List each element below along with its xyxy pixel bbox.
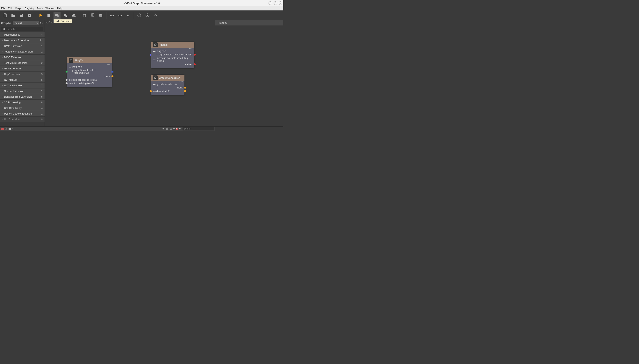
maximize-button[interactable]: □ (274, 1, 277, 5)
upload-button[interactable] (70, 12, 77, 19)
open-folder-button[interactable] (10, 12, 17, 19)
sidebar: Group by: Default ›Miscellaneous4 ›Bench… (0, 20, 45, 126)
console-output[interactable] (0, 131, 215, 162)
ext-item[interactable]: ›HttpExtension3 (0, 72, 45, 77)
save-button[interactable] (18, 12, 25, 19)
play-icon (38, 13, 43, 18)
svg-point-13 (112, 15, 112, 16)
output-port[interactable] (194, 54, 196, 56)
ext-item[interactable]: ›GrpcExtension2 (0, 66, 45, 71)
ext-item[interactable]: ›NvTritonExt5 (0, 77, 45, 82)
input-port[interactable] (66, 70, 68, 72)
edit-console-button[interactable] (5, 127, 8, 130)
close-button[interactable]: × (279, 1, 282, 5)
console-right-panel (215, 126, 283, 162)
download-button[interactable] (62, 12, 69, 19)
menu-bar: File Edit Graph Registry Tools Window He… (0, 6, 283, 10)
ext-item[interactable]: ›UcxExtension6 (0, 117, 45, 122)
ext-item[interactable]: ›Benchmark Extension11 (0, 38, 45, 43)
error-icon[interactable] (175, 127, 178, 130)
gear-icon (153, 76, 158, 80)
node-row: ▬ping tx55 (69, 65, 110, 68)
menu-graph[interactable]: Graph (15, 7, 22, 10)
dots3-button[interactable] (108, 12, 115, 19)
svg-rect-1 (21, 14, 22, 15)
tooltip-build-container: Build Container (54, 19, 72, 23)
ext-item[interactable]: ›Test MISB Extension2 (0, 60, 45, 66)
input-port[interactable] (150, 90, 152, 92)
menu-help[interactable]: Help (57, 7, 63, 10)
asterisk-icon[interactable] (162, 127, 165, 130)
chevron-right-icon: › (2, 34, 3, 36)
ext-item[interactable]: ›Python Codelet Extension1 (0, 111, 45, 116)
info-icon[interactable] (166, 127, 169, 130)
ext-item[interactable]: ›Stream Extension1 (0, 88, 45, 94)
menu-tools[interactable]: Tools (37, 7, 43, 10)
input-port[interactable] (150, 54, 152, 56)
node-header[interactable]: PingTx (67, 57, 112, 64)
extension-list[interactable]: ›Miscellaneous4 ›Benchmark Extension11 ›… (0, 32, 45, 126)
sidebar-search-input[interactable] (7, 28, 42, 30)
output-port[interactable] (112, 70, 114, 72)
node-pingrx[interactable]: PingRx ••• ▬ping rx56 └ signal (double b… (151, 42, 194, 68)
ext-item[interactable]: ›TestBenchmarkExtension2 (0, 49, 45, 54)
paste-button[interactable] (97, 12, 104, 19)
cloud-check-icon (55, 13, 59, 18)
trash-button[interactable] (81, 12, 88, 19)
cubes-button[interactable] (152, 12, 159, 19)
folder-icon (8, 127, 11, 130)
clear-console-button[interactable] (1, 127, 4, 130)
ext-item[interactable]: ›RMM Extension1 (0, 43, 45, 48)
crosshair-center-button[interactable] (136, 12, 143, 19)
crosshair-target-button[interactable] (144, 12, 151, 19)
menu-window[interactable]: Window (46, 7, 55, 10)
play-button[interactable] (37, 12, 44, 19)
console-search-input[interactable] (184, 127, 213, 130)
chevron-right-icon: › (2, 107, 3, 109)
console-search[interactable] (183, 127, 214, 130)
menu-edit[interactable]: Edit (8, 7, 12, 10)
new-file-button[interactable] (2, 12, 9, 19)
ext-item[interactable]: ›3D Processing8 (0, 100, 45, 105)
menu-registry[interactable]: Registry (25, 7, 34, 10)
refresh-button[interactable] (40, 22, 43, 25)
output-port[interactable] (112, 76, 114, 78)
output-port[interactable] (184, 87, 186, 89)
sidebar-search[interactable] (1, 27, 43, 31)
dot1-button[interactable] (125, 12, 132, 19)
ext-item[interactable]: ›Behavior Tree Extension8 (0, 94, 45, 99)
svg-point-23 (3, 28, 5, 30)
stop-button[interactable] (45, 12, 52, 19)
clear-icon (1, 127, 4, 130)
node-greedyscheduler[interactable]: GreedyScheduler ••• ▬greedy scheduler57 … (151, 75, 185, 95)
node-pingtx[interactable]: PingTx ••• ▬ping tx55 └ signal (double b… (67, 57, 112, 87)
input-port[interactable] (66, 82, 68, 84)
console-status: 9 0 (162, 127, 214, 130)
svg-point-26 (155, 77, 156, 78)
chevron-right-icon: › (2, 39, 3, 42)
build-container-button[interactable]: Build Container (54, 12, 61, 19)
graph-canvas[interactable]: MyGraph ‹ PingTx ••• ▬ping tx55 └ (45, 20, 215, 126)
output-port[interactable] (184, 90, 186, 92)
output-port[interactable] (194, 64, 196, 65)
svg-rect-15 (119, 15, 122, 16)
dots2-button[interactable] (117, 12, 124, 19)
ext-item[interactable]: ›Ucx Data Relay4 (0, 106, 45, 111)
warning-icon[interactable] (170, 127, 173, 130)
input-port[interactable] (66, 79, 68, 81)
collapse-sidebar-button[interactable]: ‹ (45, 73, 47, 78)
one-dot-icon (126, 13, 131, 18)
groupby-select[interactable]: Default (13, 21, 39, 25)
ext-item[interactable]: ›MISB Extension1 (0, 55, 45, 60)
folder-console-button[interactable] (8, 127, 11, 130)
svg-rect-3 (48, 14, 50, 17)
menu-file[interactable]: File (1, 7, 5, 10)
tree-branch-icon: └ (156, 54, 158, 56)
ext-item[interactable]: ›NvTritonTestExt7 (0, 83, 45, 88)
ext-item[interactable]: ›Miscellaneous4 (0, 32, 45, 37)
node-header[interactable]: PingRx (151, 42, 194, 48)
minimize-button[interactable]: − (269, 1, 272, 5)
svg-point-24 (70, 60, 72, 61)
delete-file-button[interactable] (26, 12, 33, 19)
copy-button[interactable] (89, 12, 96, 19)
